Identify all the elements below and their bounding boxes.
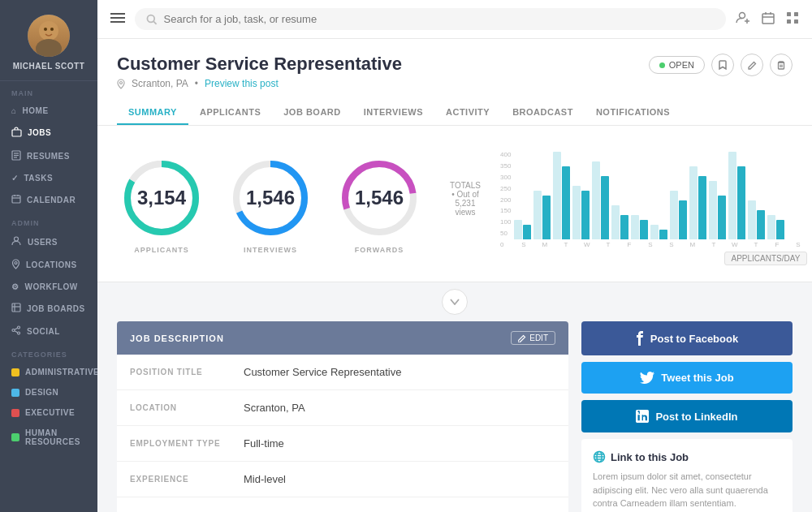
stats-section: 3,154 APPLICANTS 1,546 INTERVIEWS (97, 126, 812, 282)
expand-button[interactable] (442, 289, 468, 315)
chevron-down-icon (450, 299, 460, 305)
bar-teal (601, 176, 609, 239)
globe-icon (593, 450, 606, 463)
sidebar-item-resumes[interactable]: RESUMES (0, 144, 97, 168)
topbar-icons (736, 11, 799, 28)
job-header: Customer Service Representative Scranton… (97, 39, 812, 126)
bar-teal (718, 196, 726, 239)
svg-point-2 (44, 28, 47, 31)
tab-job-board[interactable]: JOB BOARD (272, 101, 352, 125)
jd-location-row: LOCATION Scranton, PA (117, 390, 568, 426)
status-label: OPEN (669, 60, 694, 70)
bar-teal (757, 210, 765, 239)
bar-teal (523, 225, 531, 239)
user-profile[interactable]: MICHAEL SCOTT (0, 0, 97, 81)
experience-field-name: EXPERIENCE (130, 475, 244, 484)
sidebar-item-job-boards[interactable]: JOB BOARDS (0, 297, 97, 320)
employment-field-name: EMPLOYMENT TYPE (130, 439, 244, 448)
sidebar-item-home[interactable]: ⌂ HOME (0, 101, 97, 121)
bar-group (650, 225, 667, 239)
bar-chart-wrap: 0 50 100 150 200 250 300 350 400 SMTWTFS… (500, 142, 807, 248)
sidebar-item-workflow[interactable]: ⚙ WORKFLOW (0, 277, 97, 297)
sidebar-item-label: EXECUTIVE (25, 408, 75, 417)
bar-group (572, 186, 590, 239)
tab-applicants[interactable]: APPLICANTS (188, 101, 272, 125)
search-icon (146, 14, 158, 25)
bar-teal (659, 230, 667, 239)
x-label: T (556, 241, 575, 248)
jd-experience-row: EXPERIENCE Mid-level (117, 462, 568, 497)
linkedin-button[interactable]: Post to LinkedIn (581, 400, 793, 432)
sidebar-item-jobs[interactable]: JOBS (0, 121, 97, 144)
jd-edit-button[interactable]: EDIT (511, 331, 555, 345)
social-icon (11, 325, 21, 337)
position-field-name: POSITION TITLE (130, 368, 244, 376)
sidebar-item-users[interactable]: USERS (0, 230, 97, 253)
tab-broadcast[interactable]: BROADCAST (501, 101, 585, 125)
link-desc: Lorem ipsum dolor sit amet, consectetur … (593, 470, 781, 510)
x-label: M (535, 241, 554, 248)
svg-point-14 (15, 262, 17, 265)
forwards-donut: 1,546 (335, 153, 424, 243)
bar-teal (542, 196, 551, 239)
bar-light (650, 225, 659, 239)
linkedin-icon (636, 410, 649, 423)
link-title: Link to this Job (611, 451, 689, 463)
preview-link[interactable]: Preview this post (205, 78, 279, 89)
sidebar-item-label: HOME (23, 106, 49, 115)
users-icon (11, 236, 22, 247)
link-card-title: Link to this Job (593, 450, 781, 463)
admin-section: ADMIN USERS LOCATIONS ⚙ WORKFLOW JOB BOA… (0, 211, 97, 342)
bookmark-button[interactable] (711, 54, 734, 76)
calendar-icon[interactable] (762, 11, 775, 28)
sidebar-item-locations[interactable]: LOCATIONS (0, 253, 97, 277)
sidebar-item-label: JOB BOARDS (27, 304, 85, 313)
bar-light (689, 166, 698, 239)
categories-section: CATEGORIES ADMINISTRATIVE DESIGN EXECUTI… (0, 342, 97, 452)
svg-rect-40 (779, 62, 784, 69)
bar-light (533, 191, 542, 239)
tab-notifications[interactable]: NOTIFICATIONS (585, 101, 681, 125)
tab-activity[interactable]: ACTIVITY (434, 101, 501, 125)
social-card: Post to Facebook Tweet this Job Post to … (581, 321, 793, 512)
applicants-value: 3,154 (137, 188, 186, 208)
delete-button[interactable] (770, 54, 793, 76)
totals-text: TOTALS • Out of 5,231 views (450, 181, 481, 217)
employment-field-value: Full-time (244, 437, 284, 450)
job-location: Scranton, PA (132, 78, 188, 89)
location-icon (117, 79, 125, 89)
sidebar-item-design[interactable]: DESIGN (0, 382, 97, 402)
sidebar-item-label: WORKFLOW (25, 282, 78, 291)
sidebar-item-tasks[interactable]: ✓ TASKS (0, 168, 97, 188)
tab-interviews[interactable]: INTERVIEWS (352, 101, 434, 125)
bar-teal (698, 176, 706, 239)
sidebar-item-administrative[interactable]: ADMINISTRATIVE (0, 362, 97, 382)
sidebar-item-human-resources[interactable]: HUMAN RESOURCES (0, 423, 97, 452)
svg-point-0 (39, 21, 58, 41)
design-dot (11, 389, 19, 397)
twitter-button[interactable]: Tweet this Job (581, 362, 793, 394)
resumes-icon (11, 150, 21, 162)
x-label: T (704, 241, 723, 248)
svg-rect-38 (794, 19, 798, 24)
sidebar-item-executive[interactable]: EXECUTIVE (0, 402, 97, 423)
workflow-icon: ⚙ (11, 282, 19, 291)
edit-button[interactable] (741, 54, 763, 76)
grid-icon[interactable] (786, 11, 799, 28)
x-label: S (641, 241, 659, 248)
menu-icon[interactable] (110, 12, 125, 27)
facebook-label: Post to Facebook (650, 333, 738, 345)
locations-icon (11, 259, 20, 271)
bar-teal (562, 166, 570, 239)
sidebar-item-calendar[interactable]: CALENDAR (0, 188, 97, 211)
search-bar[interactable] (135, 8, 726, 30)
search-input[interactable] (164, 13, 715, 25)
job-boards-icon (11, 303, 21, 314)
pencil-icon (518, 334, 526, 342)
status-button[interactable]: OPEN (649, 56, 705, 74)
sidebar-item-label: TASKS (24, 174, 54, 183)
tab-summary[interactable]: SUMMARY (117, 101, 188, 125)
user-add-icon[interactable] (736, 11, 750, 28)
facebook-button[interactable]: Post to Facebook (581, 321, 793, 355)
sidebar-item-social[interactable]: SOCIAL (0, 320, 97, 342)
